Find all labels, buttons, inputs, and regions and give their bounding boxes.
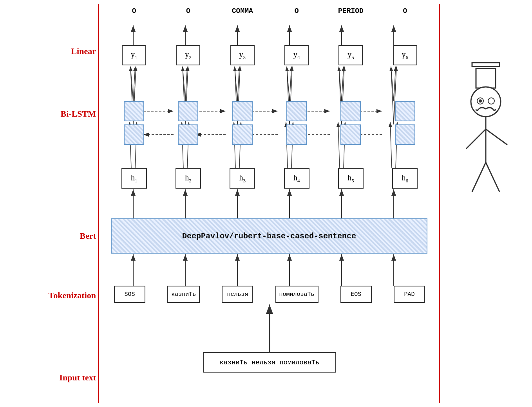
label-linear: Linear	[4, 46, 96, 56]
svg-line-21	[394, 67, 396, 101]
h-box-2: h2	[176, 168, 201, 189]
output-label-2: O	[165, 7, 212, 15]
label-bert: Bert	[4, 231, 96, 241]
y-box-4: y4	[284, 45, 309, 65]
token-2: нельзя	[222, 286, 253, 303]
svg-line-11	[133, 67, 135, 101]
lstm-bwd-1	[124, 124, 144, 145]
output-label-5: PERIOD	[327, 7, 374, 15]
svg-line-14	[235, 67, 237, 101]
svg-line-79	[486, 162, 499, 192]
token-eos: EOS	[340, 286, 372, 303]
svg-line-10	[130, 67, 133, 101]
h-boxes-row: h1 h2 h3 h4 h5 h6	[99, 168, 440, 189]
lstm-fwd-6	[395, 101, 415, 121]
svg-line-12	[183, 67, 185, 101]
token-3: помиловаТь	[275, 286, 318, 303]
svg-rect-70	[476, 68, 496, 88]
svg-point-73	[479, 99, 482, 103]
label-bilstm: Bi-LSTM	[4, 109, 96, 119]
h-box-1: h1	[121, 168, 147, 189]
h-box-5: h5	[338, 168, 364, 189]
token-sos: SOS	[114, 286, 145, 303]
input-text-box: казниТь нельзя помиловаТь	[203, 352, 336, 373]
lstm-bwd-6	[395, 124, 415, 145]
bilstm-backward-row	[99, 124, 440, 145]
y-box-6: y6	[393, 45, 417, 65]
svg-rect-69	[472, 63, 499, 67]
output-label-6: O	[382, 7, 429, 15]
bert-block: DeepPavlov/rubert-base-cased-sentence	[111, 218, 427, 254]
y-boxes-row: y1 y2 y3 y4 y5 y6	[99, 45, 440, 65]
lstm-fwd-2	[178, 101, 198, 121]
y-box-3: y3	[230, 45, 255, 65]
label-input-text: Input text	[4, 373, 96, 383]
svg-line-76	[466, 129, 486, 149]
lstm-fwd-5	[340, 101, 361, 121]
lstm-bwd-2	[178, 124, 198, 145]
output-label-1: O	[110, 7, 157, 15]
lstm-fwd-4	[286, 101, 307, 121]
svg-line-19	[342, 67, 344, 101]
svg-line-16	[287, 67, 290, 101]
token-boxes-row: SOS казниТь нельзя помиловаТь EOS PAD	[99, 286, 440, 303]
diagram-area: O O COMMA O PERIOD O y1 y2 y3 y4 y5 y6	[99, 0, 440, 407]
svg-point-71	[471, 87, 501, 117]
output-labels-row: O O COMMA O PERIOD O	[99, 7, 440, 15]
output-label-4: O	[273, 7, 320, 15]
svg-line-20	[391, 67, 394, 101]
h-box-4: h4	[284, 168, 309, 189]
token-1: казниТь	[167, 286, 200, 303]
h-box-6: h6	[392, 168, 418, 189]
lstm-fwd-1	[124, 101, 144, 121]
label-tokenization: Tokenization	[4, 290, 96, 301]
token-pad: PAD	[394, 286, 425, 303]
svg-line-13	[185, 67, 187, 101]
lstm-fwd-3	[232, 101, 253, 121]
y-box-5: y5	[338, 45, 363, 65]
lstm-bwd-4	[286, 124, 307, 145]
svg-line-78	[472, 162, 486, 192]
main-container: Linear Bi-LSTM Bert Tokenization Input t…	[0, 0, 532, 407]
svg-line-15	[237, 67, 239, 101]
output-label-3: COMMA	[219, 7, 266, 15]
y-box-2: y2	[176, 45, 200, 65]
svg-line-17	[290, 67, 291, 101]
lstm-bwd-5	[340, 124, 361, 145]
h-box-3: h3	[230, 168, 255, 189]
bilstm-forward-row	[99, 101, 440, 121]
y-box-1: y1	[122, 45, 146, 65]
svg-line-18	[339, 67, 342, 101]
stick-figure	[447, 59, 525, 215]
svg-line-77	[486, 129, 507, 145]
lstm-bwd-3	[232, 124, 253, 145]
svg-point-74	[488, 98, 494, 104]
